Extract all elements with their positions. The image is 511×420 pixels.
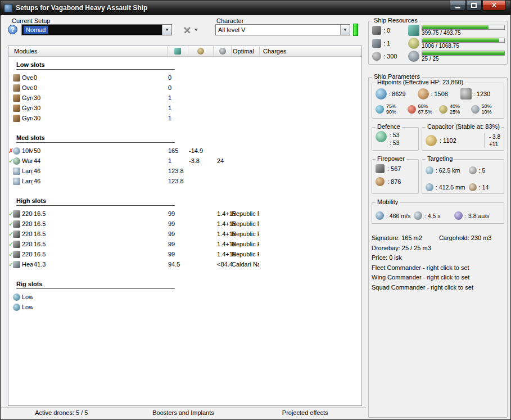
module-name: 220mm Vulcan AutoCannon II xyxy=(22,251,33,258)
cpu-icon xyxy=(408,25,419,36)
powergrid-icon xyxy=(197,48,204,55)
module-icon xyxy=(13,147,20,155)
module-row[interactable]: Gyrostabilizer II 30 1 xyxy=(8,103,361,113)
shield-icon xyxy=(376,88,387,100)
module-row[interactable]: Overdrive Injector System II 0 0 xyxy=(8,73,361,83)
defence-value-2: : 53 xyxy=(390,139,400,147)
volley-value: : 567 xyxy=(387,165,401,172)
module-icon xyxy=(13,231,20,238)
align-time-value: : 4.5 s xyxy=(424,213,441,219)
module-name: Large Shield Extender II xyxy=(22,168,33,174)
tab-boosters-implants[interactable]: Boosters and Implants xyxy=(123,408,245,418)
sensor-strength-icon xyxy=(469,183,477,191)
capacitor-icon xyxy=(426,135,437,146)
fleet-commander-setting[interactable]: Fleet Commander - right click to set xyxy=(372,263,504,273)
chevron-down-icon xyxy=(343,29,347,31)
optimal-column-header[interactable]: Optimal xyxy=(231,46,259,56)
cpu-column-header[interactable] xyxy=(167,46,188,56)
module-pg: 99 xyxy=(167,210,188,217)
minimize-button[interactable] xyxy=(450,1,465,11)
setup-dropdown-button[interactable] xyxy=(162,25,171,35)
character-combobox[interactable]: All level V xyxy=(215,24,350,35)
powergrid-column-header[interactable] xyxy=(188,46,213,56)
tab-projected-effects[interactable]: Projected effects xyxy=(244,408,366,418)
module-row[interactable]: ✓ Heavy Missile Launcher II 41.3 94.5 <8… xyxy=(8,259,361,269)
charges-column-header[interactable]: Charges xyxy=(259,46,361,56)
setup-selected-value: Nomad xyxy=(24,26,48,34)
module-status-icon: ✓ xyxy=(8,210,13,218)
explosive-resist-icon xyxy=(471,105,480,114)
capacitor-column-header[interactable] xyxy=(213,46,231,56)
module-icon xyxy=(13,293,20,301)
titlebar[interactable]: Setups for Vagabond Heavy Assault Ship xyxy=(1,1,510,15)
launcher-hardpoints-value: : 1 xyxy=(383,40,390,47)
warp-speed: : 3.8 au/s xyxy=(454,208,489,223)
module-row[interactable]: Large Shield Extender II 46 123.8 xyxy=(8,166,361,176)
modules-column-header[interactable]: Modules xyxy=(8,46,167,56)
shield-recharge-icon xyxy=(376,131,387,142)
price-value: Price: 0 isk xyxy=(372,253,504,263)
module-icon xyxy=(13,74,20,82)
module-row[interactable]: ✓ 220mm Vulcan AutoCannon II 16.5 99 1.4… xyxy=(8,229,361,239)
cpu-resource: 399.75 / 493.75 xyxy=(408,24,505,37)
module-status-icon: ✓ xyxy=(8,261,13,268)
module-cpu: 30 xyxy=(33,105,167,111)
defence-title: Defence xyxy=(376,123,402,130)
module-row[interactable]: ✓ 220mm Vulcan AutoCannon II 16.5 99 1.4… xyxy=(8,249,361,259)
module-row[interactable]: ✓ Warp Disruptor II 44 1 -3.8 24 xyxy=(8,156,361,166)
character-label: Character xyxy=(216,17,243,24)
character-selected-value: All level V xyxy=(218,26,245,33)
module-name: Gyrostabilizer II xyxy=(22,94,33,101)
modules-table-header: Modules Optimal Charges xyxy=(8,46,361,57)
module-name: Gyrostabilizer II xyxy=(22,105,33,111)
module-cpu: 16.5 xyxy=(33,231,167,237)
setup-tools-button[interactable] xyxy=(179,24,201,35)
setup-combobox[interactable]: Nomad xyxy=(21,24,172,35)
module-status-icon: ✓ xyxy=(8,251,13,258)
character-dropdown-button[interactable] xyxy=(340,25,350,35)
kinetic-armor-resist: 25% xyxy=(450,109,460,115)
module-row[interactable]: ✓ 220mm Vulcan AutoCannon II 16.5 99 1.4… xyxy=(8,209,361,219)
maximize-button[interactable] xyxy=(466,1,482,11)
module-row[interactable]: Low Friction Nozzle Joints I xyxy=(8,302,361,312)
tab-active-drones[interactable]: Active drones: 5 / 5 xyxy=(1,408,123,418)
kinetic-resist-icon xyxy=(439,105,447,114)
module-row[interactable]: Low Friction Nozzle Joints I xyxy=(8,292,361,302)
module-row[interactable]: ✓ 220mm Vulcan AutoCannon II 16.5 99 1.4… xyxy=(8,219,361,229)
wrench-icon xyxy=(183,25,192,34)
modules-list: Low slots Overdrive Injector System II 0… xyxy=(8,57,361,312)
module-row[interactable]: Large Shield Extender II 46 123.8 xyxy=(8,176,361,186)
module-name: Heavy Missile Launcher II xyxy=(22,261,33,268)
module-row[interactable]: Gyrostabilizer II 30 1 xyxy=(8,93,361,103)
capacitor-title: Capacitor (Stable at: 83%) xyxy=(426,123,501,130)
module-name: Gyrostabilizer II xyxy=(22,115,33,121)
defence-group: Defence : 53 : 53 xyxy=(372,127,419,151)
turret-hardpoint-icon xyxy=(372,26,381,35)
armor-hp: : 1508 xyxy=(418,88,460,100)
module-pg: 1 xyxy=(167,157,188,164)
module-charge: Republic Fleet EMP M xyxy=(231,241,259,247)
close-button[interactable] xyxy=(482,1,506,11)
squad-commander-setting[interactable]: Squad Commander - right click to set xyxy=(372,283,504,293)
module-name: 10MN MicroWarpdrive II xyxy=(22,147,33,154)
module-row[interactable]: Overdrive Injector System II 0 0 xyxy=(8,83,361,93)
module-cpu: 41.3 xyxy=(33,261,167,268)
module-row[interactable]: ✓ 220mm Vulcan AutoCannon II 16.5 99 1.4… xyxy=(8,239,361,249)
help-icon[interactable]: ? xyxy=(8,25,17,34)
module-row[interactable]: Gyrostabilizer II 30 1 xyxy=(8,113,361,123)
module-pg: 123.8 xyxy=(167,178,188,184)
module-pg: 123.8 xyxy=(167,168,188,174)
wing-commander-setting[interactable]: Wing Commander - right click to set xyxy=(372,273,504,283)
module-cpu: 46 xyxy=(33,178,167,184)
module-cpu: 16.5 xyxy=(33,220,167,227)
em-resist-icon xyxy=(376,105,384,114)
right-panel: Ship Resources : 0 : 1 : 300 xyxy=(368,15,508,418)
mobility-title: Mobility xyxy=(376,198,400,205)
module-name: 220mm Vulcan AutoCannon II xyxy=(22,210,33,217)
armor-icon xyxy=(418,88,429,100)
close-icon xyxy=(492,1,496,10)
module-cpu: 16.5 xyxy=(33,241,167,247)
module-row[interactable]: ✗ 10MN MicroWarpdrive II 50 165 -14.9 xyxy=(8,146,361,156)
module-cpu: 0 xyxy=(33,84,167,91)
character-skill-indicator xyxy=(353,24,358,36)
